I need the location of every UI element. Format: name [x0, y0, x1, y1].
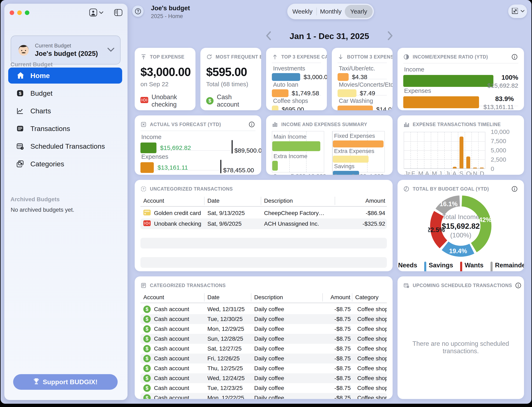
- table-row[interactable]: $Cash accountSun, 12/28/25Daily coffee-$…: [141, 334, 387, 344]
- cash-account-icon: $: [143, 315, 151, 323]
- ratio-row: Expenses83.9%$13,161.11: [403, 85, 518, 106]
- box-x-icon: [141, 121, 147, 128]
- next-period-button[interactable]: [388, 31, 393, 41]
- ratio-amount: $13,161.11: [484, 103, 514, 110]
- table-row[interactable]: $Cash accountSat, 12/27/25Daily coffee-$…: [141, 344, 387, 354]
- chart-scale-button[interactable]: [508, 5, 527, 18]
- legend-pct: 42%: [398, 270, 417, 271]
- budget-selector[interactable]: Current Budget Joe's budget (2025): [11, 36, 121, 64]
- category-label: Investments: [273, 65, 321, 72]
- top3-bar-list: Investments$3,000.00Auto loan$1,749.58Co…: [272, 63, 321, 110]
- amount-cell: -$8.75: [323, 326, 352, 332]
- table-row[interactable]: $Cash accountMon, 12/29/25Daily coffee-$…: [141, 324, 387, 334]
- table-row[interactable]: $Cash accountThu, 12/25/25Daily coffee-$…: [141, 363, 387, 373]
- table-row[interactable]: $Cash accountTue, 12/30/25Daily coffee-$…: [141, 314, 387, 324]
- minimize-button[interactable]: [17, 10, 22, 15]
- timeline-plot: [404, 132, 485, 169]
- timeline-month-label: Jan: [404, 170, 410, 175]
- legend-item-savings: Savings19.4%: [424, 262, 453, 271]
- avf-row-label: Expenses: [141, 151, 255, 160]
- account-cell: Golden credit card: [141, 210, 204, 217]
- date-cell: Thu, 12/25/25: [204, 365, 251, 372]
- date-cell: Mon, 12/29/25: [204, 326, 251, 332]
- sidebar-item-charts[interactable]: Charts: [8, 103, 122, 119]
- summary-bar-row: Main Income: [272, 133, 324, 151]
- top-expense-card: TOP EXPENSE $3,000.00 on Sep 22 Unobank …: [135, 48, 196, 110]
- category-bar: [272, 106, 278, 110]
- info-icon[interactable]: [511, 53, 518, 60]
- amount-cell: -$8.75: [323, 375, 352, 382]
- close-button[interactable]: [10, 10, 14, 15]
- category-cell: Coffee shops: [352, 316, 387, 322]
- summary-bar-row: Fixed Expenses: [333, 132, 384, 148]
- column-header-amount: Amount: [335, 197, 387, 205]
- table-row[interactable]: $Cash accountFri, 12/26/25Daily coffee-$…: [141, 354, 387, 363]
- bar-chart-outline-icon: [272, 121, 278, 128]
- actual-amount: $13,161.11: [157, 164, 188, 171]
- description-cell: Daily coffee: [251, 365, 323, 372]
- account-menu-button[interactable]: [89, 8, 103, 18]
- sidebar-toggle-button[interactable]: [114, 8, 123, 18]
- table-row[interactable]: Unobank checkingSat, 9/6/2025ACH Unassig…: [141, 219, 387, 229]
- category-bar-row: Movies/Concerts/Etc.$7.49: [337, 79, 387, 95]
- sidebar-item-budget[interactable]: $Budget: [8, 85, 122, 101]
- summary-bar-row: Extra Income: [272, 153, 324, 171]
- table-row[interactable]: $Cash accountWed, 12/24/25Daily coffee-$…: [141, 373, 387, 383]
- segment-yearly[interactable]: Yearly: [345, 5, 373, 18]
- amount-cell: -$8.75: [323, 306, 352, 313]
- timeline-month-label: M…: [430, 170, 437, 175]
- ratio-pct: 100%: [487, 74, 518, 81]
- timeline-bar: [460, 137, 463, 168]
- sidebar-item-scheduled-transactions[interactable]: Scheduled Transactions: [8, 138, 122, 154]
- category-bar-row: Investments$3,000.00: [272, 63, 321, 79]
- sidebar-toggle-icon: [114, 8, 123, 18]
- sidebar-item-home[interactable]: Home: [8, 68, 122, 84]
- sidebar-item-label: Home: [30, 72, 50, 80]
- zoom-button[interactable]: [25, 10, 29, 15]
- sidebar-item-categories[interactable]: Categories: [8, 156, 122, 172]
- date-cell: Sat, 12/27/25: [204, 345, 251, 352]
- forecast-marker: [220, 160, 221, 173]
- timeline-month-label: Oct: [465, 170, 472, 175]
- sidebar-item-transactions[interactable]: Transactions: [8, 121, 122, 137]
- svg-text:19.4%: 19.4%: [449, 247, 467, 255]
- ratio-bar: [403, 96, 479, 108]
- category-cell: Coffee shops: [352, 395, 387, 399]
- table-row[interactable]: $Cash accountMon, 12/22/25Daily coffee-$…: [141, 393, 387, 399]
- legend-item-needs: Needs42%: [398, 262, 417, 271]
- ratio-row-label: Income: [404, 63, 518, 73]
- card-title: TOTAL BY BUDGET GOAL (YTD): [413, 186, 489, 192]
- previous-period-button[interactable]: [266, 31, 271, 41]
- info-icon[interactable]: [515, 282, 522, 289]
- timeline-month-label: N…: [472, 170, 478, 175]
- table-header: AccountDateDescriptionAmountCategory: [141, 292, 387, 303]
- amount-cell: -$8.75: [323, 385, 352, 391]
- info-icon[interactable]: [249, 121, 255, 128]
- category-bar-row: Coffee shops$695.00: [272, 95, 321, 110]
- table-row[interactable]: $Cash accountTue, 12/23/25Daily coffee-$…: [141, 383, 387, 393]
- description-cell: Daily coffee: [251, 345, 323, 352]
- segment-weekly[interactable]: Weekly: [289, 5, 316, 18]
- segment-monthly[interactable]: Monthly: [317, 5, 345, 18]
- help-button[interactable]: [132, 6, 143, 17]
- table-row[interactable]: $Cash accountWed, 12/31/25Daily coffee-$…: [141, 304, 387, 314]
- card-title: INCOME AND EXPENSES SUMMARY: [281, 122, 367, 127]
- date-cell: Wed, 12/31/25: [204, 306, 251, 313]
- summary-bar-row: Extra Expenses: [333, 148, 384, 163]
- top-expense-value: $3,000.00: [141, 65, 190, 79]
- card-title: TOP 3 EXPENSE CATEG…: [281, 54, 327, 60]
- category-label: Coffee shops: [273, 98, 321, 104]
- svg-text:16.1%: 16.1%: [440, 200, 458, 208]
- table-row[interactable]: Golden credit cardSat, 9/13/2025CheepChe…: [141, 208, 387, 219]
- timeline-x-axis: JanF…M…A…M…J…JulA…S…OctN…D…: [404, 170, 485, 175]
- column-header-description: Description: [261, 197, 335, 205]
- category-cell: Coffee shops: [352, 375, 387, 382]
- most-frequent-account: Cash account: [217, 94, 255, 108]
- legend-name: Wants: [465, 262, 484, 269]
- empty-placeholder-row: [141, 238, 387, 249]
- support-budgix-button[interactable]: Support BUDGIX!: [13, 374, 118, 390]
- svg-text:42%: 42%: [479, 216, 492, 223]
- info-icon[interactable]: [511, 185, 518, 192]
- cash-account-icon: $: [206, 97, 213, 104]
- actual-vs-forecast-row: Expenses$13,161.11$78,455.00: [141, 151, 255, 171]
